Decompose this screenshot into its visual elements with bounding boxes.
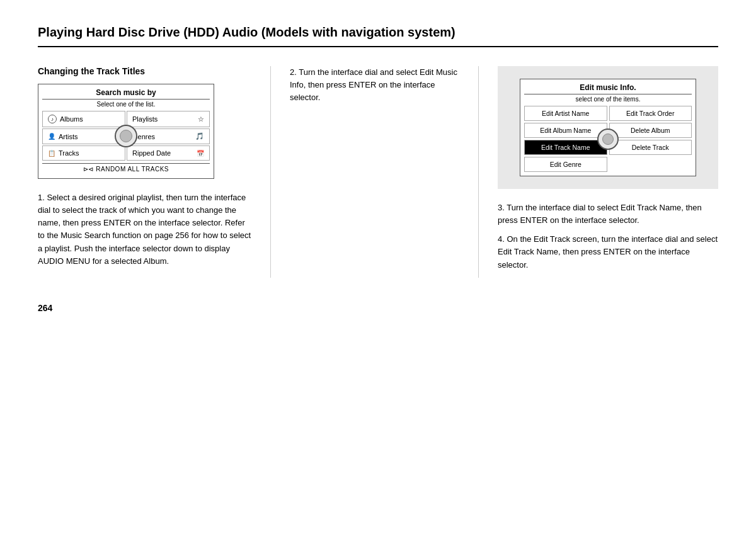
ripped-date-icon: 📅 — [197, 150, 204, 157]
instruction-2: 2. Turn the interface dial and select Ed… — [290, 66, 459, 104]
edit-screen-title: Edit music Info. — [524, 83, 692, 94]
screen-cell-ripped-date: Ripped Date 📅 — [127, 145, 210, 161]
ripped-date-label: Ripped Date — [132, 149, 171, 157]
section-heading: Changing the Track Titles — [38, 66, 251, 76]
search-screen-subtitle: Select one of the list. — [42, 101, 210, 108]
playlists-icon: ☆ — [198, 115, 204, 123]
search-screen-title: Search music by — [42, 88, 210, 100]
delete-album-cell: Delete Album — [609, 123, 692, 138]
dial-inner — [120, 130, 132, 142]
instruction-1: 1. Select a desired original playlist, t… — [38, 191, 251, 268]
edit-album-name-cell: Edit Album Name — [524, 123, 607, 138]
search-screen-grid: ♪ Albums Playlists ☆ 👤 Artists Genres 🎵 — [42, 111, 210, 161]
left-column: Changing the Track Titles Search music b… — [38, 66, 271, 278]
edit-screen-subtitle: select one of the items. — [524, 96, 692, 103]
screen-cell-playlists: Playlists ☆ — [127, 111, 210, 127]
screen-cell-albums: ♪ Albums — [42, 111, 125, 127]
delete-track-cell: Delete Track — [609, 140, 692, 155]
playlists-label: Playlists — [132, 115, 158, 123]
search-music-screen: Search music by Select one of the list. … — [38, 84, 214, 179]
instructions-right: 3. Turn the interface dial to select Edi… — [498, 202, 718, 271]
albums-icon: ♪ — [48, 115, 57, 123]
page-number: 264 — [38, 303, 718, 313]
edit-track-name-cell: Edit Track Name — [524, 140, 607, 155]
page-title: Playing Hard Disc Drive (HDD) Audio (Mod… — [38, 25, 718, 47]
edit-interface-dial — [597, 128, 619, 150]
edit-screen-grid: Edit Artist Name Edit Track Order Edit A… — [524, 106, 692, 172]
edit-artist-name-cell: Edit Artist Name — [524, 106, 607, 121]
artists-label: Artists — [59, 133, 78, 140]
content-area: Changing the Track Titles Search music b… — [38, 66, 718, 278]
albums-label: Albums — [60, 115, 83, 123]
right-column: Edit music Info. select one of the items… — [479, 66, 718, 278]
screen-cell-artists: 👤 Artists — [42, 128, 125, 144]
edit-track-order-cell: Edit Track Order — [609, 106, 692, 121]
instruction-1-text: 1. Select a desired original playlist, t… — [38, 191, 251, 268]
empty-cell — [609, 157, 692, 172]
interface-dial — [115, 125, 137, 147]
instruction-2-text: 2. Turn the interface dial and select Ed… — [290, 66, 459, 104]
edit-genre-cell: Edit Genre — [524, 157, 607, 172]
tracks-icon: 📋 — [48, 150, 55, 157]
artists-icon: 👤 — [48, 133, 55, 140]
edit-dial-inner — [602, 134, 614, 145]
screen-cell-genres: Genres 🎵 — [127, 128, 210, 144]
search-screen-bottom: ⊳⊲ RANDOM ALL TRACKS — [42, 163, 210, 174]
edit-music-screen: Edit music Info. select one of the items… — [520, 79, 696, 176]
edit-screen-wrapper: Edit music Info. select one of the items… — [498, 66, 718, 189]
instruction-4-text: 4. On the Edit Track screen, turn the in… — [498, 233, 718, 271]
screen-cell-tracks: 📋 Tracks — [42, 145, 125, 161]
middle-column: 2. Turn the interface dial and select Ed… — [271, 66, 479, 278]
tracks-label: Tracks — [59, 149, 79, 157]
instruction-3-text: 3. Turn the interface dial to select Edi… — [498, 202, 718, 227]
genres-icon: 🎵 — [195, 132, 204, 140]
